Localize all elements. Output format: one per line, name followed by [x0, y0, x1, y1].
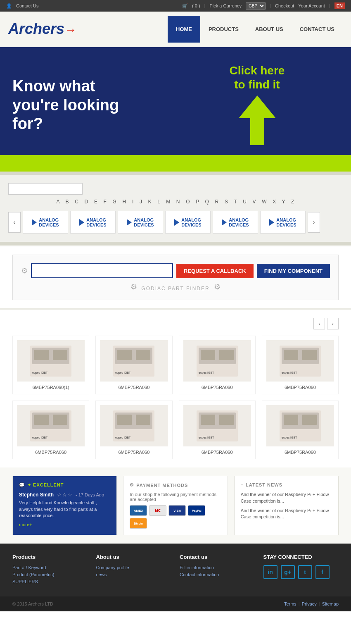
- alphabet-nav: A - B - C - D - E - F - G - H - I - J - …: [8, 199, 343, 205]
- star-3: ☆: [68, 492, 72, 498]
- find-component-button[interactable]: FIND MY COMPONENT: [257, 264, 330, 278]
- svg-rect-38: [284, 415, 298, 425]
- part-finder-footer: ⚙ GODIAC PART FINDER ⚙: [21, 282, 330, 291]
- brand-logo-1[interactable]: ANALOGDEVICES: [23, 211, 68, 234]
- footer-about-title: About us: [96, 554, 172, 560]
- brand-logo-4[interactable]: ANALOGDEVICES: [165, 211, 211, 234]
- brand-logo-5[interactable]: ANALOGDEVICES: [213, 211, 258, 234]
- contact-link[interactable]: Contact Us: [16, 3, 38, 8]
- product-card-1[interactable]: eupec IGBT 6MBP75RA060: [95, 336, 172, 394]
- footer-link-news[interactable]: news: [96, 572, 172, 577]
- product-card-7[interactable]: eupec IGBT 6MBP75RA060: [262, 401, 339, 459]
- product-card-5[interactable]: eupec IGBT 6MBP75RA060: [95, 401, 172, 459]
- sep2: |: [270, 3, 271, 8]
- svg-rect-34: [219, 415, 234, 425]
- copyright: © 2015 Archers LTD: [12, 601, 53, 606]
- payment-title: ⚙ PAYMENT METHODS: [130, 482, 221, 488]
- nav-contact[interactable]: CONTACT US: [292, 16, 343, 43]
- eupec-module-svg-6: eupec IGBT: [197, 410, 238, 441]
- svg-rect-18: [284, 350, 298, 360]
- brand-logo-2[interactable]: ANALOGDEVICES: [70, 211, 116, 234]
- footer-link-parametric[interactable]: Product (Parametric): [12, 572, 88, 577]
- svg-rect-13: [201, 350, 215, 360]
- sep1: |: [204, 3, 206, 8]
- product-card-4[interactable]: eupec IGBT 6MBP75RA060: [12, 401, 89, 459]
- news-item-1[interactable]: And the winner of our Raspberry Pi + Pib…: [241, 508, 332, 520]
- hero-cta[interactable]: Click here to find it: [176, 64, 339, 147]
- footer-terms-link[interactable]: Terms: [284, 601, 296, 606]
- footer-link-profile[interactable]: Company profile: [96, 565, 172, 570]
- eupec-module-svg-5: eupec IGBT: [113, 410, 154, 441]
- product-name-6: 6MBP75RA060: [183, 450, 251, 455]
- nav-about[interactable]: ABOUT US: [247, 16, 292, 43]
- svg-rect-28: [117, 415, 132, 425]
- footer-col-social: STAY CONNECTED in g+ t f: [263, 554, 339, 586]
- footer-link-contact-info[interactable]: Contact information: [180, 572, 255, 577]
- product-card-0[interactable]: eupec IGBT 6MBP75RA060(1): [12, 336, 89, 394]
- product-name-2: 6MBP75RA060: [183, 385, 251, 390]
- brand-name-2: ANALOGDEVICES: [86, 217, 106, 227]
- part-finder-label: GODIAC PART FINDER: [141, 286, 209, 291]
- news-item-0[interactable]: And the winner of our Raspberry Pi + Pib…: [241, 491, 332, 504]
- currency-select[interactable]: GBPUSDEUR: [246, 2, 266, 10]
- footer-privacy-link[interactable]: Privacy: [302, 601, 317, 606]
- part-finder-input[interactable]: [31, 263, 173, 278]
- brand-name-4: ANALOGDEVICES: [181, 217, 201, 227]
- footer-link-keyword[interactable]: Part # / Keyword: [12, 565, 88, 570]
- product-card-2[interactable]: eupec IGBT 6MBP75RA060: [179, 336, 256, 394]
- part-finder-inner: ⚙ REQUEST A CALLBACK FIND MY COMPONENT ⚙…: [12, 255, 339, 300]
- review-more-link[interactable]: more+: [19, 522, 110, 527]
- language-badge[interactable]: EN: [334, 2, 345, 9]
- products-prev-button[interactable]: ‹: [313, 318, 325, 329]
- footer-bottom: © 2015 Archers LTD Terms | Privacy | Sit…: [0, 596, 351, 611]
- product-card-6[interactable]: eupec IGBT 6MBP75RA060: [179, 401, 256, 459]
- nav-products[interactable]: PRODUCTS: [200, 16, 247, 43]
- product-image-5: eupec IGBT: [100, 405, 168, 446]
- up-arrow-icon: [239, 95, 276, 145]
- payment-logo-visa: VISA: [168, 505, 186, 516]
- svg-rect-14: [219, 350, 234, 360]
- social-linkedin[interactable]: in: [263, 565, 277, 579]
- footer-link-suppliers[interactable]: SUPPLIERS: [12, 579, 88, 584]
- account-link[interactable]: Your Account: [298, 3, 325, 8]
- chat-icon: 💬: [19, 482, 25, 488]
- brands-prev-button[interactable]: ‹: [8, 212, 21, 233]
- svg-text:eupec IGBT: eupec IGBT: [282, 371, 297, 374]
- eupec-module-svg-3: eupec IGBT: [280, 346, 321, 377]
- review-stars: ☆ ☆ ☆: [57, 492, 72, 498]
- brands-search-input[interactable]: [8, 183, 83, 195]
- brand-play-icon: [32, 219, 37, 226]
- brands-next-button[interactable]: ›: [308, 212, 320, 233]
- social-twitter[interactable]: t: [298, 565, 312, 579]
- eupec-module-svg-2: eupec IGBT: [197, 346, 238, 377]
- hero-green-bar: [0, 155, 351, 172]
- payment-logo-mc: MC: [149, 505, 166, 516]
- nav-home[interactable]: HOME: [168, 16, 200, 43]
- eupec-module-svg-0: eupec IGBT: [30, 346, 71, 377]
- brand-logo-3[interactable]: ANALOGDEVICES: [118, 211, 163, 234]
- footer: Products Part # / Keyword Product (Param…: [0, 544, 351, 596]
- payment-logo-paypal: PayPal: [188, 505, 205, 516]
- info-row: 💬 ✦ EXCELLENT Stephen Smith ☆ ☆ ☆ - 17 D…: [0, 467, 351, 544]
- svg-rect-9: [136, 350, 150, 360]
- footer-link-fill-info[interactable]: Fill in information: [180, 565, 255, 570]
- request-callback-button[interactable]: REQUEST A CALLBACK: [176, 264, 254, 278]
- eupec-module-svg-1: eupec IGBT: [113, 346, 154, 377]
- hero-banner: Know what you're looking for? Click here…: [0, 47, 351, 172]
- brand-play-icon-4: [174, 219, 179, 226]
- review-text: Very Helpful and Knowledgeable staff , a…: [19, 500, 110, 519]
- social-googleplus[interactable]: g+: [281, 565, 295, 579]
- product-image-3: eupec IGBT: [266, 340, 334, 382]
- checkout-link[interactable]: Checkout: [275, 3, 294, 8]
- payment-logo-bitcoin: ₿itcoin: [130, 518, 147, 529]
- payment-logos: AMEX MC VISA PayPal ₿itcoin: [130, 505, 221, 529]
- cart-icon: 🛒: [182, 3, 188, 9]
- social-facebook[interactable]: f: [315, 565, 330, 579]
- footer-sitemap-link[interactable]: Sitemap: [322, 601, 339, 606]
- brand-logo-6[interactable]: ANALOGDEVICES: [260, 211, 306, 234]
- svg-text:eupec IGBT: eupec IGBT: [32, 371, 48, 374]
- top-bar: 👤 Contact Us 🛒 ( 0 ) | Pick a Currency G…: [0, 0, 351, 12]
- products-next-button[interactable]: ›: [327, 318, 339, 329]
- product-image-7: eupec IGBT: [266, 405, 334, 446]
- product-card-3[interactable]: eupec IGBT 6MBP75RA060: [262, 336, 339, 394]
